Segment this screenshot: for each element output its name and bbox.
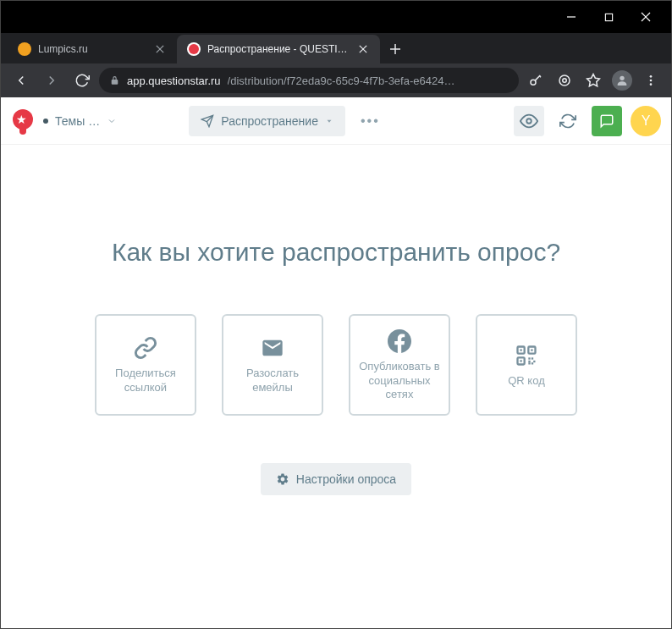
back-button[interactable] [8, 67, 35, 94]
svg-point-14 [620, 76, 624, 80]
close-button[interactable] [627, 4, 664, 30]
gear-icon [276, 472, 289, 486]
browser-window: Lumpics.ru Распространение - QUESTIONS [0, 0, 672, 629]
breadcrumb[interactable]: Темы … [43, 114, 117, 128]
card-label: Опубликовать в социальных сетях [357, 360, 442, 403]
lock-icon [109, 75, 120, 86]
favicon-icon [187, 42, 201, 56]
paper-plane-icon [201, 114, 214, 128]
more-options-button[interactable]: ••• [354, 113, 387, 129]
minimize-button[interactable] [553, 4, 590, 30]
svg-point-16 [650, 80, 653, 82]
breadcrumb-dot-icon [43, 119, 48, 124]
forward-button[interactable] [38, 67, 65, 94]
user-avatar[interactable]: Y [631, 106, 661, 136]
url-domain: app.questionstar.ru [127, 74, 221, 87]
url-field[interactable]: app.questionstar.ru /distribution/f72eda… [99, 68, 519, 93]
svg-rect-27 [520, 349, 521, 350]
distribution-page: Как вы хотите распространить опрос? Поде… [1, 145, 671, 628]
svg-marker-20 [327, 119, 331, 122]
distribution-options: Поделиться ссылкой Разослать емейлы Опуб… [95, 314, 577, 416]
qr-code-card[interactable]: QR код [476, 314, 577, 416]
page-heading: Как вы хотите распространить опрос? [112, 238, 560, 267]
profile-button[interactable] [609, 67, 636, 94]
settings-label: Настройки опроса [296, 472, 396, 486]
svg-rect-35 [528, 362, 530, 364]
svg-rect-30 [528, 357, 530, 359]
card-label: QR код [508, 374, 544, 389]
svg-rect-29 [520, 360, 521, 361]
feedback-button[interactable] [592, 106, 622, 136]
tab-questionstar[interactable]: Распространение - QUESTIONS [177, 35, 380, 63]
qr-icon [513, 342, 540, 369]
bookmark-star-icon[interactable] [580, 67, 607, 94]
svg-rect-31 [532, 357, 533, 359]
user-initial: Y [642, 113, 651, 129]
app-logo[interactable]: ★ [11, 109, 35, 133]
tab-title: Lumpics.ru [38, 43, 146, 55]
menu-button[interactable] [637, 67, 664, 94]
chevron-down-icon [107, 116, 117, 126]
window-titlebar [1, 1, 671, 33]
new-tab-button[interactable] [383, 37, 407, 61]
share-link-card[interactable]: Поделиться ссылкой [95, 314, 196, 416]
themes-label: Темы … [55, 114, 100, 128]
distribute-button[interactable]: Распространение [189, 106, 345, 136]
key-icon[interactable] [522, 67, 549, 94]
card-label: Разослать емейлы [230, 367, 315, 395]
facebook-icon [386, 328, 413, 355]
svg-rect-28 [531, 349, 532, 350]
app-toolbar: ★ Темы … Распространение ••• [1, 97, 671, 145]
caret-down-icon [325, 117, 333, 125]
svg-point-15 [650, 75, 653, 78]
tab-lumpics[interactable]: Lumpics.ru [8, 35, 177, 63]
link-icon [132, 334, 159, 361]
address-bar: app.questionstar.ru /distribution/f72eda… [1, 63, 671, 97]
distribute-label: Распространение [221, 114, 318, 128]
svg-point-17 [650, 83, 653, 86]
extensions-icon[interactable] [551, 67, 578, 94]
svg-point-21 [526, 119, 532, 124]
mail-icon [259, 334, 286, 361]
social-share-card[interactable]: Опубликовать в социальных сетях [349, 314, 450, 416]
favicon-icon [18, 42, 31, 56]
reload-button[interactable] [69, 67, 96, 94]
avatar-icon [612, 70, 632, 91]
maximize-button[interactable] [590, 4, 627, 30]
tab-title: Распространение - QUESTIONS [207, 43, 350, 55]
svg-rect-32 [528, 360, 530, 361]
tab-bar: Lumpics.ru Распространение - QUESTIONS [1, 33, 671, 63]
sync-button[interactable] [553, 106, 583, 136]
svg-rect-1 [605, 14, 612, 20]
svg-point-10 [531, 80, 536, 85]
svg-marker-13 [587, 74, 600, 86]
svg-rect-33 [533, 360, 535, 361]
preview-button[interactable] [514, 106, 544, 136]
tab-close-icon[interactable] [153, 42, 167, 56]
tab-close-icon[interactable] [356, 42, 370, 56]
svg-rect-34 [532, 362, 533, 364]
page-content: ★ Темы … Распространение ••• [1, 97, 671, 628]
card-label: Поделиться ссылкой [103, 367, 188, 395]
send-emails-card[interactable]: Разослать емейлы [222, 314, 323, 416]
survey-settings-button[interactable]: Настройки опроса [261, 463, 411, 495]
svg-point-12 [559, 75, 570, 86]
svg-point-11 [563, 79, 567, 83]
url-path: /distribution/f72eda9c-65c9-4f7b-3efa-e6… [228, 74, 455, 87]
